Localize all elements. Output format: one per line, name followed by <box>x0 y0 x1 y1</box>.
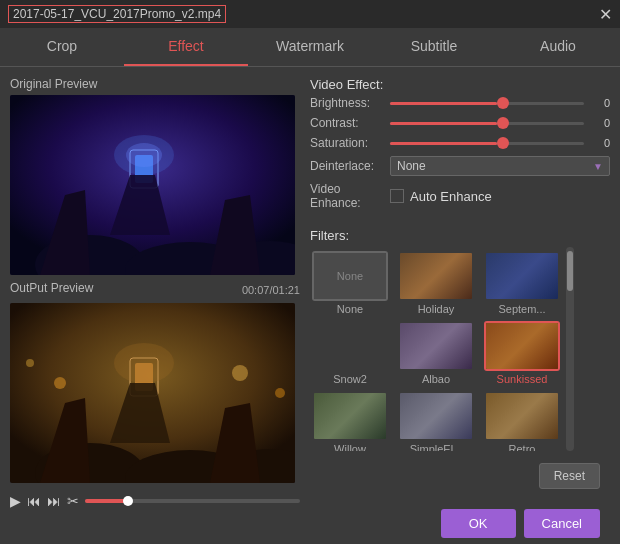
filter-bg-sunkissed <box>486 323 558 369</box>
close-button[interactable]: ✕ <box>599 5 612 24</box>
brightness-slider[interactable] <box>390 96 584 110</box>
filters-wrapper: None None Holiday <box>310 247 610 451</box>
filter-thumb-retro <box>484 391 560 441</box>
filter-label-none: None <box>337 303 363 315</box>
player-controls: ▶ ⏮ ⏭ ✂ <box>10 489 300 513</box>
tab-bar: Crop Effect Watermark Subtitle Audio <box>0 28 620 67</box>
filters-grid: None None Holiday <box>310 251 562 451</box>
output-row: OutPut Preview 00:07/01:21 <box>10 281 300 299</box>
main-window: 2017-05-17_VCU_2017Promo_v2.mp4 ✕ Crop E… <box>0 0 620 544</box>
filter-bg-albao <box>400 323 472 369</box>
filter-thumb-willow <box>312 391 388 441</box>
brightness-value: 0 <box>590 97 610 109</box>
brightness-label: Brightness: <box>310 96 390 110</box>
reset-row: Reset <box>310 457 610 497</box>
svg-point-14 <box>114 343 174 383</box>
filter-retro[interactable]: Retro <box>482 391 562 451</box>
filter-label-simpleel: SimpleEl... <box>410 443 463 451</box>
filter-bg-retro <box>486 393 558 439</box>
tab-crop[interactable]: Crop <box>0 28 124 66</box>
brightness-row: Brightness: 0 <box>310 96 610 110</box>
contrast-row: Contrast: 0 <box>310 116 610 130</box>
contrast-value: 0 <box>590 117 610 129</box>
saturation-track <box>390 142 584 145</box>
scrollbar-thumb <box>567 251 573 291</box>
brightness-track <box>390 102 584 105</box>
filter-thumb-holiday <box>398 251 474 301</box>
filter-bg-willow <box>314 393 386 439</box>
filter-bg-snow2 <box>314 323 386 369</box>
filename-label: 2017-05-17_VCU_2017Promo_v2.mp4 <box>8 5 226 23</box>
tab-subtitle[interactable]: Subtitle <box>372 28 496 66</box>
tab-watermark[interactable]: Watermark <box>248 28 372 66</box>
brightness-fill <box>390 102 497 105</box>
ok-button[interactable]: OK <box>441 509 516 538</box>
video-enhance-row: Video Enhance: Auto Enhance <box>310 182 610 210</box>
scrollbar[interactable] <box>566 247 574 451</box>
tab-effect[interactable]: Effect <box>124 28 248 66</box>
cut-button[interactable]: ✂ <box>67 493 79 509</box>
progress-bar[interactable] <box>85 499 300 503</box>
svg-point-17 <box>275 388 285 398</box>
reset-button[interactable]: Reset <box>539 463 600 489</box>
main-content: Original Preview <box>0 67 620 544</box>
contrast-slider[interactable] <box>390 116 584 130</box>
deinterlace-row: Deinterlace: None ▼ <box>310 156 610 176</box>
saturation-slider[interactable] <box>390 136 584 150</box>
filter-bg-none: None <box>314 253 386 299</box>
filter-september[interactable]: Septem... <box>482 251 562 315</box>
saturation-value: 0 <box>590 137 610 149</box>
original-preview <box>10 95 295 275</box>
filter-willow[interactable]: Willow <box>310 391 390 451</box>
deinterlace-label: Deinterlace: <box>310 159 390 173</box>
tab-audio[interactable]: Audio <box>496 28 620 66</box>
saturation-thumb[interactable] <box>497 137 509 149</box>
filter-bg-simpleel <box>400 393 472 439</box>
filter-simpleel[interactable]: SimpleEl... <box>396 391 476 451</box>
saturation-label: Saturation: <box>310 136 390 150</box>
filter-thumb-albao <box>398 321 474 371</box>
deinterlace-value: None <box>397 159 426 173</box>
deinterlace-select[interactable]: None ▼ <box>390 156 610 176</box>
filter-label-albao: Albao <box>422 373 450 385</box>
saturation-row: Saturation: 0 <box>310 136 610 150</box>
filter-label-september: Septem... <box>498 303 545 315</box>
filter-holiday[interactable]: Holiday <box>396 251 476 315</box>
contrast-fill <box>390 122 497 125</box>
brightness-thumb[interactable] <box>497 97 509 109</box>
filter-label-snow2: Snow2 <box>333 373 367 385</box>
contrast-track <box>390 122 584 125</box>
contrast-label: Contrast: <box>310 116 390 130</box>
cancel-button[interactable]: Cancel <box>524 509 600 538</box>
video-effect-title: Video Effect: <box>310 77 610 92</box>
output-preview <box>10 303 295 483</box>
video-enhance-label: Video Enhance: <box>310 182 390 210</box>
play-button[interactable]: ▶ <box>10 493 21 509</box>
filter-label-holiday: Holiday <box>418 303 455 315</box>
filter-none[interactable]: None None <box>310 251 390 315</box>
filter-sunkissed[interactable]: Sunkissed <box>482 321 562 385</box>
filter-bg-holiday <box>400 253 472 299</box>
saturation-fill <box>390 142 497 145</box>
filter-albao[interactable]: Albao <box>396 321 476 385</box>
contrast-thumb[interactable] <box>497 117 509 129</box>
progress-thumb[interactable] <box>123 496 133 506</box>
progress-fill <box>85 499 128 503</box>
left-panel: Original Preview <box>10 77 300 534</box>
video-effect-section: Video Effect: Brightness: 0 Contrast: <box>310 77 610 218</box>
filter-thumb-none: None <box>312 251 388 301</box>
filter-snow2[interactable]: Snow2 <box>310 321 390 385</box>
svg-point-15 <box>54 377 66 389</box>
filters-section: Filters: None None <box>310 228 610 451</box>
filter-thumb-september <box>484 251 560 301</box>
auto-enhance-checkbox[interactable] <box>390 189 404 203</box>
original-preview-svg <box>10 95 295 275</box>
next-frame-button[interactable]: ⏭ <box>47 493 61 509</box>
output-preview-label: OutPut Preview <box>10 281 93 295</box>
prev-frame-button[interactable]: ⏮ <box>27 493 41 509</box>
filter-thumb-simpleel <box>398 391 474 441</box>
auto-enhance-label: Auto Enhance <box>410 189 492 204</box>
filter-thumb-sunkissed <box>484 321 560 371</box>
original-preview-label: Original Preview <box>10 77 300 91</box>
filter-thumb-snow2 <box>312 321 388 371</box>
